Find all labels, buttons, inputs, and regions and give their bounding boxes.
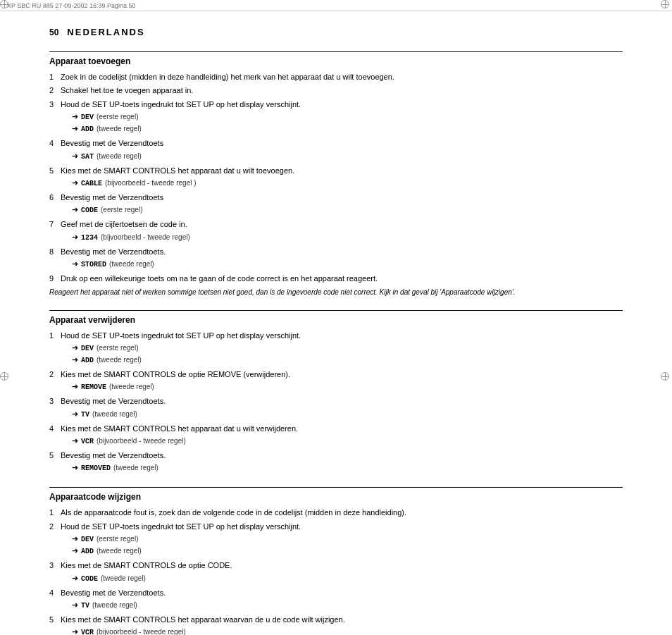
- arrow-note: (eerste regel): [101, 205, 142, 214]
- list-item: 5Kies met de SMART CONTROLS het apparaat…: [49, 615, 623, 635]
- arrow-note: (bijvoorbeeld - tweede regel): [97, 436, 186, 445]
- list-item: 1Houd de SET UP-toets ingedrukt tot SET …: [49, 331, 623, 366]
- arrow-code: VCR: [81, 628, 94, 635]
- list-item-number: 5: [49, 615, 61, 635]
- arrow-item: ➜ADD (tweede regel): [72, 545, 623, 556]
- list-item-number: 2: [49, 85, 61, 96]
- list-item-text: Houd de SET UP-toets ingedrukt tot SET U…: [61, 100, 301, 109]
- arrow-symbol: ➜: [72, 178, 78, 187]
- list-item: 5Kies met de SMART CONTROLS het apparaat…: [49, 166, 623, 190]
- list-item-content: Bevestig met de Verzendtoets.➜TV (tweede…: [61, 588, 623, 612]
- arrow-item: ➜ADD (tweede regel): [72, 355, 623, 365]
- list-item-number: 8: [49, 247, 61, 271]
- list-item-text: Houd de SET UP-toets ingedrukt tot SET U…: [61, 522, 301, 531]
- list-item-text: Druk op een willekeurige toets om na te …: [61, 274, 378, 283]
- list-item: 6Bevestig met de Verzendtoets➜CODE (eers…: [49, 192, 623, 216]
- list-item-content: Houd de SET UP-toets ingedrukt tot SET U…: [61, 522, 623, 557]
- arrow-code: DEV: [81, 113, 94, 122]
- list-item: 7Geef met de cijfertoetsen de code in.➜1…: [49, 219, 623, 243]
- arrow-item: ➜DEV (eerste regel): [72, 111, 623, 122]
- arrow-note: (tweede regel): [92, 409, 137, 419]
- arrow-code: REMOVE: [81, 383, 106, 392]
- arrow-item: ➜CABLE (bijvoorbeeld - tweede regel ): [72, 178, 623, 188]
- section-title-apparaat-toevoegen: Apparaat toevoegen: [49, 56, 623, 66]
- arrow-item: ➜DEV (eerste regel): [72, 343, 623, 353]
- list-item: 2Schakel het toe te voegen apparaat in.: [49, 85, 623, 96]
- arrow-note: (bijvoorbeeld - tweede regel ): [105, 178, 197, 187]
- list-item: 2Kies met de SMART CONTROLS de optie REM…: [49, 369, 623, 393]
- arrow-item: ➜VCR (bijvoorbeeld - tweede regel): [72, 436, 623, 446]
- arrow-code: ADD: [81, 125, 94, 134]
- list-item-content: Bevestig met de Verzendtoets.➜TV (tweede…: [61, 396, 623, 420]
- list-item-content: Als de apparaatcode fout is, zoek dan de…: [61, 507, 623, 518]
- list-item: 4Kies met de SMART CONTROLS het apparaat…: [49, 424, 623, 448]
- arrow-code: TV: [81, 601, 89, 610]
- arrow-note: (eerste regel): [97, 534, 138, 543]
- list-item-text: Schakel het toe te voegen apparaat in.: [61, 86, 193, 94]
- list-item-content: Kies met de SMART CONTROLS de optie CODE…: [61, 560, 623, 584]
- arrow-item: ➜CODE (tweede regel): [72, 573, 623, 584]
- list-item-number: 5: [49, 166, 61, 190]
- list-item-number: 1: [49, 72, 61, 82]
- reg-mark-mid-left: [0, 372, 11, 383]
- list-item-text: Geef met de cijfertoetsen de code in.: [61, 220, 187, 228]
- arrow-code: CODE: [81, 206, 98, 215]
- list-item-number: 7: [49, 219, 61, 243]
- arrow-item: ➜VCR (bijvoorbeeld - tweede regel): [72, 627, 623, 635]
- arrow-symbol: ➜: [72, 600, 78, 610]
- page-number: 50: [49, 27, 58, 37]
- arrow-symbol: ➜: [72, 343, 78, 352]
- list-item-number: 4: [49, 138, 61, 162]
- list-item-number: 3: [49, 396, 61, 420]
- arrow-code: DEV: [81, 344, 94, 353]
- section-list-apparaatcode-wijzigen: 1Als de apparaatcode fout is, zoek dan d…: [49, 507, 623, 635]
- list-item-number: 3: [49, 99, 61, 135]
- arrow-note: (tweede regel): [97, 152, 142, 161]
- arrow-item: ➜ADD (tweede regel): [72, 123, 623, 134]
- page: XP SBC RU 885 27-09-2002 16:39 Pagina 50…: [0, 0, 672, 635]
- arrow-item: ➜TV (tweede regel): [72, 409, 623, 419]
- arrow-code: CABLE: [81, 179, 102, 188]
- arrow-note: (tweede regel): [109, 259, 154, 269]
- arrow-code: ADD: [81, 547, 94, 556]
- arrow-note: (bijvoorbeeld - tweede regel): [101, 233, 190, 242]
- arrow-symbol: ➜: [72, 545, 78, 555]
- list-item-number: 3: [49, 560, 61, 584]
- list-item-content: Kies met de SMART CONTROLS het apparaat …: [61, 166, 623, 190]
- list-item: 4Bevestig met de Verzendtoets.➜TV (tweed…: [49, 588, 623, 612]
- section-italic-note: Reageert het apparaat niet of werken som…: [49, 288, 623, 297]
- list-item-text: Kies met de SMART CONTROLS het apparaat …: [61, 615, 345, 624]
- list-item-text: Bevestig met de Verzendtoets.: [61, 451, 166, 460]
- section-divider-apparaat-verwijderen: [49, 310, 623, 311]
- arrow-symbol: ➜: [72, 355, 78, 364]
- arrow-symbol: ➜: [72, 232, 78, 242]
- list-item-content: Schakel het toe te voegen apparaat in.: [61, 85, 623, 96]
- page-header: 50 NEDERLANDS: [49, 27, 623, 37]
- list-item: 3Bevestig met de Verzendtoets.➜TV (tweed…: [49, 396, 623, 420]
- header-text: XP SBC RU 885 27-09-2002 16:39 Pagina 50: [7, 2, 135, 9]
- arrow-note: (tweede regel): [97, 355, 142, 364]
- arrow-code: STORED: [81, 260, 106, 269]
- list-item-number: 6: [49, 192, 61, 216]
- section-title-apparaatcode-wijzigen: Apparaatcode wijzigen: [49, 492, 623, 502]
- list-item: 3Houd de SET UP-toets ingedrukt tot SET …: [49, 99, 623, 135]
- section-list-apparaat-verwijderen: 1Houd de SET UP-toets ingedrukt tot SET …: [49, 331, 623, 475]
- list-item: 1Als de apparaatcode fout is, zoek dan d…: [49, 507, 623, 518]
- list-item-text: Bevestig met de Verzendtoets.: [61, 397, 166, 405]
- section-apparaatcode-wijzigen: Apparaatcode wijzigen1Als de apparaatcod…: [49, 487, 623, 635]
- arrow-item: ➜REMOVED (tweede regel): [72, 462, 623, 473]
- arrow-code: VCR: [81, 437, 94, 446]
- arrow-note: (tweede regel): [97, 124, 142, 133]
- list-item-number: 2: [49, 369, 61, 393]
- list-item-number: 1: [49, 331, 61, 366]
- list-item-number: 4: [49, 588, 61, 612]
- list-item-number: 9: [49, 273, 61, 284]
- arrow-symbol: ➜: [72, 111, 78, 121]
- arrow-note: (bijvoorbeeld - tweede regel): [97, 627, 186, 635]
- language-label: NEDERLANDS: [67, 27, 144, 37]
- list-item-content: Kies met de SMART CONTROLS het apparaat …: [61, 424, 623, 448]
- list-item-text: Bevestig met de Verzendtoets: [61, 139, 163, 147]
- reg-mark-mid-right: [661, 372, 672, 383]
- list-item-content: Bevestig met de Verzendtoets.➜REMOVED (t…: [61, 450, 623, 474]
- section-divider-apparaatcode-wijzigen: [49, 487, 623, 488]
